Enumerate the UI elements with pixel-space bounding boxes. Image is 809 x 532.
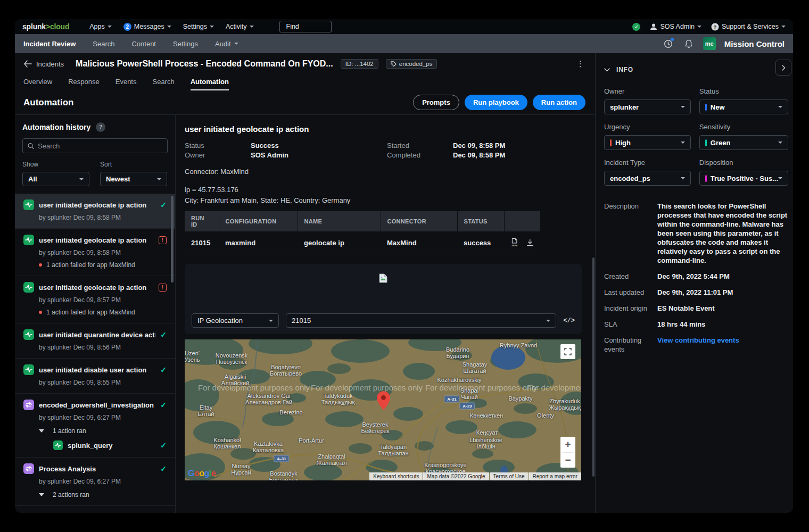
show-filter-select[interactable]: All	[22, 172, 89, 186]
map-pin[interactable]	[377, 391, 390, 412]
list-item[interactable]: user initiated quarantine device action …	[15, 323, 175, 359]
list-item[interactable]: user initiated geolocate ip action ✓ by …	[15, 194, 175, 229]
menu-messages[interactable]: 2Messages	[123, 23, 171, 31]
viz-type-select[interactable]: IP Geolocation	[192, 313, 279, 328]
download-icon[interactable]	[526, 238, 534, 247]
incident-id-badge: ID: ...1402	[341, 59, 378, 69]
table-row[interactable]: 21015 maxmind geolocate ip MaxMind succe…	[185, 231, 540, 254]
chevron-down-icon	[250, 26, 254, 28]
app-window: splunk>cloud Apps 2Messages Settings Act…	[15, 19, 793, 513]
chevron-down-icon[interactable]	[604, 68, 610, 72]
prompts-button[interactable]: Prompts	[413, 95, 459, 110]
svg-text:JSON: JSON	[511, 244, 517, 247]
status-color-bar	[705, 104, 707, 111]
runs-table: RUN IDCONFIGURATIONNAMECONNECTORSTATUS 2…	[185, 211, 541, 254]
list-item[interactable]: encoded_powershell_investigation ✓ by sp…	[15, 394, 175, 458]
tab-response[interactable]: Response	[68, 78, 100, 90]
sort-filter-select[interactable]: Newest	[100, 172, 167, 186]
history-child-item[interactable]: splunk_query✓	[53, 440, 167, 450]
show-filter-label: Show	[22, 161, 89, 168]
status-select[interactable]: New	[699, 99, 788, 114]
app-nav: Incident ReviewSearchContentSettingsAudi…	[15, 34, 793, 53]
zoom-in-button[interactable]: +	[560, 437, 575, 452]
history-item-title: Process Analysis	[39, 465, 155, 473]
menu-activity[interactable]: Activity	[226, 23, 254, 30]
tab-overview[interactable]: Overview	[23, 78, 52, 90]
list-item[interactable]: user initiated geolocate ip action ! by …	[15, 276, 175, 323]
action-icon	[23, 282, 34, 293]
history-item-error: 1 action failed for app MaxMind	[39, 309, 167, 316]
tab-automation[interactable]: Automation	[191, 78, 229, 90]
error-icon: !	[159, 236, 167, 244]
owner-select[interactable]: splunker	[604, 99, 691, 114]
map-attribution-item[interactable]: Terms of Use	[490, 472, 529, 480]
owner-label: Owner	[604, 87, 691, 95]
map-attribution-item[interactable]: Report a map error	[529, 472, 581, 480]
map-place-label: BeysterekБейстерек	[361, 421, 389, 434]
menu-settings[interactable]: Settings	[183, 23, 214, 30]
google-logo[interactable]: Google	[188, 469, 216, 478]
disposition-select[interactable]: True Positive - Sus...	[699, 171, 788, 186]
find-search-box[interactable]: Find	[279, 21, 332, 32]
history-search[interactable]	[22, 138, 168, 153]
menu-apps[interactable]: Apps	[89, 23, 112, 30]
app-nav-search[interactable]: Search	[93, 40, 114, 48]
success-check-icon: ✓	[160, 441, 167, 450]
incident-tag-badge[interactable]: encoded_ps	[386, 59, 437, 69]
zoom-out-button[interactable]: −	[560, 453, 575, 468]
road-badge: A-31	[274, 455, 289, 462]
collapse-panel-button[interactable]	[775, 60, 791, 76]
sla-label: SLA	[604, 320, 657, 329]
list-item[interactable]: user initiated disable user action ✓ by …	[15, 359, 175, 394]
geolocation-map[interactable]: For development purposes onlyFor develop…	[185, 339, 581, 480]
map-fullscreen-button[interactable]	[560, 344, 575, 359]
list-item[interactable]: user initiated geolocate ip action ! by …	[15, 229, 175, 276]
map-watermark: For development purposes only	[425, 383, 537, 392]
map-place-label: TaldykudukТалдықұдық	[321, 393, 355, 405]
back-to-incidents[interactable]: Incidents	[23, 60, 64, 68]
more-actions-kebab[interactable]: ⋮	[576, 59, 584, 69]
map-place-label: Uzen'Узень	[185, 350, 200, 363]
map-attribution-item[interactable]: Keyboard shortcuts	[369, 472, 423, 480]
action-icon	[23, 235, 34, 245]
automation-history-panel: Automation history 7 Show All	[15, 115, 176, 513]
code-view-icon[interactable]: </>	[563, 317, 575, 325]
json-file-icon[interactable]: JSON	[510, 237, 518, 248]
runs-table-header: RUN IDCONFIGURATIONNAMECONNECTORSTATUS	[185, 211, 540, 231]
history-item-expander[interactable]: 2 actions ran	[39, 491, 167, 498]
tab-events[interactable]: Events	[115, 78, 137, 90]
system-status-icon[interactable]: ✓	[632, 23, 640, 31]
history-item-meta: by splunker Dec 09, 8:56 PM	[39, 344, 167, 351]
viz-run-select[interactable]: 21015	[286, 313, 556, 328]
map-attribution-item[interactable]: Map data ©2022 Google	[423, 472, 489, 480]
support-menu[interactable]: ? Support & Services	[711, 23, 786, 31]
history-scrollbar[interactable]	[171, 196, 174, 282]
history-item-expander[interactable]: 1 action ran	[39, 427, 167, 435]
history-item-meta: by splunker Dec 09, 6:27 PM	[39, 414, 167, 421]
splunk-cloud-logo: splunk>cloud	[22, 22, 69, 31]
map-place-label: ShagatayШағатай	[463, 361, 487, 374]
tab-search[interactable]: Search	[152, 78, 174, 90]
view-contributing-events-link[interactable]: View contributing events	[657, 336, 791, 354]
map-place-label: Olenty	[537, 412, 554, 419]
history-search-input[interactable]	[38, 142, 162, 150]
urgency-select[interactable]: High	[604, 135, 691, 150]
run-action-button[interactable]: Run action	[533, 95, 585, 110]
app-nav-incident-review[interactable]: Incident Review	[23, 40, 76, 48]
run-playbook-button[interactable]: Run playbook	[465, 95, 527, 110]
disposition-label: Disposition	[699, 159, 788, 167]
app-nav-settings[interactable]: Settings	[173, 40, 198, 48]
list-item[interactable]: Process Analysis ✓ by splunker Dec 09, 6…	[15, 458, 175, 506]
app-nav-audit[interactable]: Audit	[215, 40, 238, 48]
map-attribution: Keyboard shortcutsMap data ©2022 GoogleT…	[369, 472, 581, 480]
app-nav-content[interactable]: Content	[131, 40, 156, 48]
map-place-label: Port-Artur	[299, 437, 324, 444]
detail-scrollbar[interactable]	[592, 257, 595, 477]
user-menu[interactable]: SOS Admin	[650, 23, 701, 30]
activity-clock-icon[interactable]	[663, 38, 674, 49]
error-icon: !	[159, 284, 167, 292]
map-zoom-control[interactable]: + −	[560, 437, 575, 468]
sensitivity-select[interactable]: Green	[699, 135, 788, 150]
incident-type-select[interactable]: encoded_ps	[604, 171, 691, 186]
bell-icon[interactable]	[683, 38, 695, 49]
